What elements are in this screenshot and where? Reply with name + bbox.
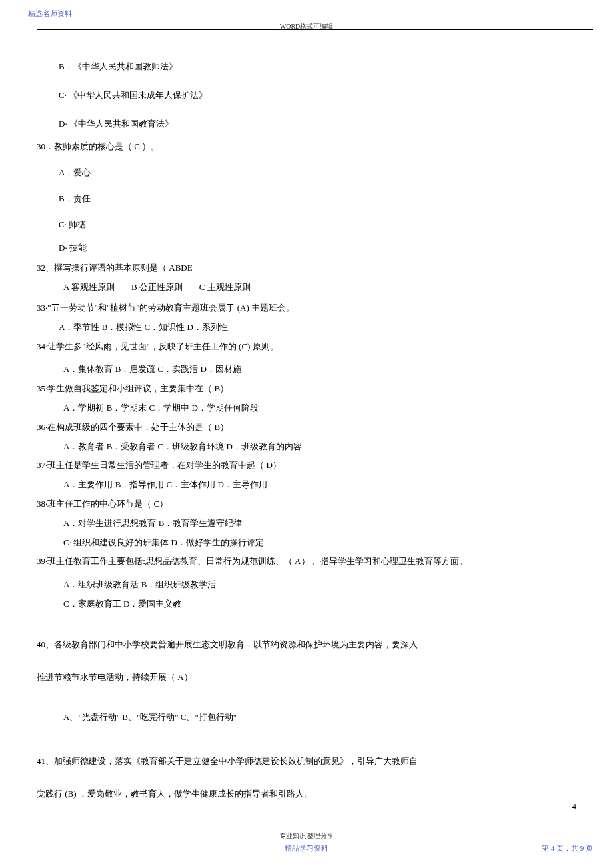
q41-stem2: 觉践行 (B) ，爱岗敬业，教书育人，做学生健康成长的指导者和引路人。: [37, 787, 576, 801]
option-b: B．《中华人民共和国教师法》: [37, 60, 576, 74]
q32-c: C 主观性原则: [199, 281, 251, 295]
q32-stem: 32、撰写操行评语的基本原则是（ ABDE: [37, 261, 576, 275]
q33-opts: A．季节性 B．模拟性 C．知识性 D．系列性: [37, 321, 576, 335]
footer-sub: 精品学习资料: [0, 843, 613, 855]
q38-opts1: A．对学生进行思想教育 B．教育学生遵守纪律: [37, 517, 576, 531]
header-divider: [37, 29, 593, 30]
page-number-corner: 4: [572, 800, 577, 814]
q37-opts: A．主要作用 B．指导作用 C．主体作用 D．主导作用: [37, 478, 576, 492]
q40-stem1: 40、各级教育部门和中小学校要普遍开展生态文明教育，以节约资源和保护环境为主要内…: [37, 638, 576, 652]
q30-d: D· 技能: [37, 241, 576, 255]
document-body: B．《中华人民共和国教师法》 C· 《中华人民共和国未成年人保护法》 D· 《中…: [37, 60, 576, 807]
q38-opts2: C· 组织和建设良好的班集体 D．做好学生的操行评定: [37, 536, 576, 550]
q40-opts: A、"光盘行动" B、"吃完行动" C、"打包行动": [37, 711, 576, 725]
q32-b: B 公正性原则: [131, 281, 183, 295]
q39-stem: 39·班主任教育工作主要包括:思想品德教育、日常行为规范训练、（ A） 、指导学…: [37, 555, 576, 569]
header-center-label: WORD格式可编辑: [0, 21, 613, 32]
q36-stem: 36·在构成班级的四个要素中，处于主体的是（ B）: [37, 421, 576, 435]
q37-stem: 37·班主任是学生日常生活的管理者，在对学生的教育中起（ D）: [37, 459, 576, 473]
header-left-label: 精选名师资料: [28, 8, 72, 20]
q39-opts2: C．家庭教育工 D．爱国主义教: [37, 597, 576, 611]
q32-row1: A 客观性原则 B 公正性原则 C 主观性原则: [37, 281, 576, 295]
q34-stem: 34·让学生多"经风雨，见世面"，反映了班主任工作的 (C) 原则。: [37, 340, 576, 354]
footer-center: 专业知识 整理分享: [0, 831, 613, 841]
q34-opts: A．集体教育 B．启发疏 C．实践活 D．因材施: [37, 363, 576, 377]
q33-stem: 33·"五一劳动节"和"植树节"的劳动教育主题班会属于 (A) 主题班会。: [37, 301, 576, 315]
q36-opts: A．教育者 B．受教育者 C．班级教育环境 D．班级教育的内容: [37, 440, 576, 454]
q30-stem: 30．教师素质的核心是（ C ）。: [37, 140, 576, 154]
option-d: D· 《中华人民共和国教育法》: [37, 117, 576, 131]
q30-b: B．责任: [37, 192, 576, 206]
option-c: C· 《中华人民共和国未成年人保护法》: [37, 89, 576, 103]
q40-stem2: 推进节粮节水节电活动，持续开展（ A）: [37, 671, 576, 685]
q41-stem1: 41、加强师德建设，落实《教育部关于建立健全中小学师德建设长效机制的意见》，引导…: [37, 755, 576, 769]
q35-stem: 35·学生做自我鉴定和小组评议，主要集中在（ B）: [37, 382, 576, 396]
q38-stem: 38·班主任工作的中心环节是（ C）: [37, 497, 576, 511]
q35-opts: A．学期初 B．学期末 C．学期中 D．学期任何阶段: [37, 401, 576, 415]
footer-right: 第 4 页，共 9 页: [542, 843, 593, 855]
q32-a: A 客观性原则: [63, 281, 115, 295]
q30-c: C· 师德: [37, 218, 576, 232]
q30-a: A．爱心: [37, 166, 576, 180]
q39-opts1: A．组织班级教育活 B．组织班级教学活: [37, 578, 576, 592]
